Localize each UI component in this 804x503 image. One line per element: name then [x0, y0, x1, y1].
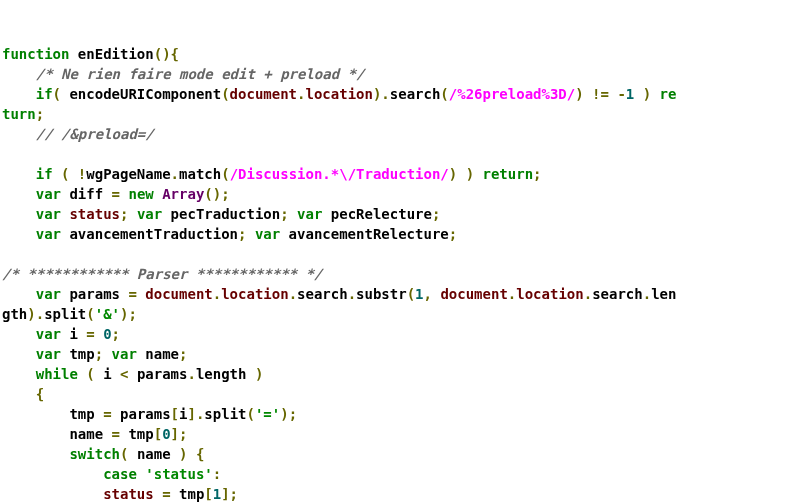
line-2: /* Ne rien faire mode edit + preload */ [2, 66, 364, 82]
line-20: name = tmp[0]; [2, 426, 187, 442]
line-16: var tmp; var name; [2, 346, 187, 362]
line-22: case 'status': [2, 466, 221, 482]
line-15: var i = 0; [2, 326, 120, 342]
line-13: var params = document.location.search.su… [2, 286, 676, 302]
line-23: status = tmp[1]; [2, 486, 238, 502]
line-17: while ( i < params.length ) [2, 366, 263, 382]
line-4: turn; [2, 106, 44, 122]
line-21: switch( name ) { [2, 446, 204, 462]
line-10: var avancementTraduction; var avancement… [2, 226, 457, 242]
line-3: if( encodeURIComponent(document.location… [2, 86, 676, 102]
line-1: function enEdition(){ [2, 46, 179, 62]
line-12: /* ************ Parser ************ */ [2, 266, 322, 282]
line-8: var diff = new Array(); [2, 186, 230, 202]
code-block: function enEdition(){ /* Ne rien faire m… [2, 44, 802, 503]
line-19: tmp = params[i].split('='); [2, 406, 297, 422]
line-7: if ( !wgPageName.match(/Discussion.*\/Tr… [2, 166, 542, 182]
line-14: gth).split('&'); [2, 306, 137, 322]
line-9: var status; var pecTraduction; var pecRe… [2, 206, 440, 222]
line-5: // /&preload=/ [2, 126, 154, 142]
line-18: { [2, 386, 44, 402]
